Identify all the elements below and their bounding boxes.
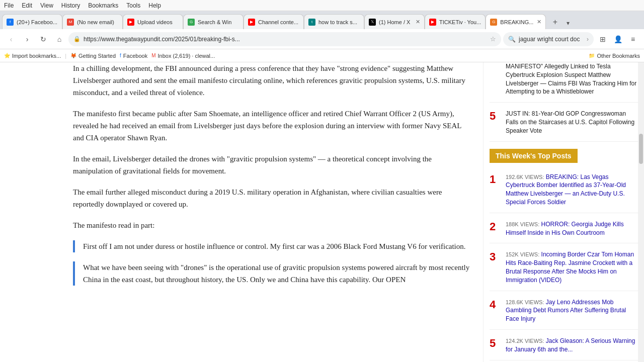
tab-close-home-x[interactable]: ✕ [416,19,420,25]
bookmark-import-label: Import bookmarks... [12,53,61,59]
tab-favicon-email: M [67,19,74,26]
top-post-views-4: 128.6K VIEWS: [506,299,544,305]
article-para-1: In a chilling development, the FBI annou… [73,62,473,99]
top-posts-section: This Week's Top Posts [490,149,638,168]
sidebar: MANIFESTO" Allegedly Linked to Tesla Cyb… [483,62,644,362]
top-posts-header: This Week's Top Posts [490,149,578,163]
tab-label-breaking: BREAKING... [500,19,534,25]
bookmark-import-icon: ⭐ [4,53,10,58]
blockquote-text-1: First off I am not under duress or hosti… [83,240,473,252]
tab-list-chevron[interactable]: ▾ [562,17,574,29]
menu-file[interactable]: File [4,2,14,9]
top-post-5: 5 124.2K VIEWS: Jack Gleason: A Serious … [490,337,638,360]
forward-button[interactable]: › [20,32,34,46]
tab-breaking[interactable]: G BREAKING... ✕ [486,14,546,29]
top-post-3: 3 152K VIEWS: Incoming Border Czar Tom H… [490,250,638,291]
article-para-2: The manifesto first became public after … [73,108,473,144]
article-main: In a chilling development, the FBI annou… [0,62,483,362]
menu-help[interactable]: Help [148,2,161,9]
page-favicon-small: 🔒 [73,36,80,42]
tab-favicon-facebook: f [7,19,14,26]
tab-favicon-search-win: G [188,19,195,26]
trending-item-manifesto: MANIFESTO" Allegedly Linked to Tesla Cyb… [490,62,638,103]
bookmark-star-icon[interactable]: ☆ [490,35,496,43]
settings-icon[interactable]: ≡ [626,32,640,46]
user-icon[interactable]: 👤 [611,32,625,46]
top-post-num-4: 4 [490,298,501,311]
trending-list: MANIFESTO" Allegedly Linked to Tesla Cyb… [490,62,638,142]
top-post-content-4: 128.6K VIEWS: Jay Leno Addresses Mob Gam… [506,298,638,323]
top-post-views-3: 152K VIEWS: [506,251,539,257]
top-post-views-1: 192.6K VIEWS: [506,174,544,180]
tab-label-home-x: (1) Home / X [379,19,413,25]
top-post-num-3: 3 [490,250,501,263]
scrollbar[interactable] [638,62,644,362]
menu-bookmarks[interactable]: Bookmarks [88,2,118,9]
scrollbar-thumb[interactable] [639,134,643,164]
tab-add-button[interactable]: + [548,15,562,29]
search-text: jaguar wright court doc [519,36,584,43]
tab-favicon-track: t [308,19,315,26]
top-post-content-3: 152K VIEWS: Incoming Border Czar Tom Hom… [506,250,638,284]
tab-label-ticketiv: TICKETiv · You... [439,19,481,25]
tab-label-search-win: Search & Win [198,19,239,25]
tab-facebook[interactable]: f (20+) Faceboo... [2,14,62,29]
tab-home-x[interactable]: 𝕏 (1) Home / X ✕ [364,14,425,29]
top-post-2: 2 188K VIEWS: HORROR: Georgia Judge Kill… [490,220,638,244]
bookmark-gs-label: Getting Started [78,53,116,59]
blockquote-text-2: What we have been seeing with "drones" i… [83,261,473,286]
top-posts-list: 1 192.6K VIEWS: BREAKING: Las Vegas Cybe… [490,173,638,360]
top-post-1: 1 192.6K VIEWS: BREAKING: Las Vegas Cybe… [490,173,638,213]
tab-upload[interactable]: ▶ Upload videos [123,14,183,29]
menu-history[interactable]: History [61,2,80,9]
blockquote-2: What we have been seeing with "drones" i… [73,261,473,286]
bookmark-inbox-icon: M [151,53,155,58]
top-post-4: 4 128.6K VIEWS: Jay Leno Addresses Mob G… [490,298,638,330]
tab-channel[interactable]: ▶ Channel conte... [244,14,304,29]
top-post-content-5: 124.2K VIEWS: Jack Gleason: A Serious Wa… [506,337,638,354]
bookmark-import[interactable]: ⭐ Import bookmarks... [4,53,61,59]
home-button[interactable]: ⌂ [52,32,66,46]
bookmark-other[interactable]: 📁 Other Bookmarks [589,53,640,59]
refresh-button[interactable]: ↻ [36,32,50,46]
tab-email[interactable]: M (No new email) [62,14,123,29]
top-post-views-5: 124.2K VIEWS: [506,338,544,344]
article-para-3: In the email, Livelsberger detailed the … [73,153,473,177]
top-post-content-2: 188K VIEWS: HORROR: Georgia Judge Kills … [506,220,638,237]
tab-close-breaking[interactable]: ✕ [537,19,541,25]
tab-search-win[interactable]: G Search & Win [183,14,244,29]
search-bar[interactable]: 🔍 jaguar wright court doc › [503,32,594,46]
page-area: In a chilling development, the FBI annou… [0,62,644,362]
tab-favicon-home-x: 𝕏 [369,19,376,26]
top-post-num-2: 2 [490,220,501,233]
top-post-num-1: 1 [490,173,501,186]
menu-edit[interactable]: Edit [22,2,32,9]
trending-text-manifesto: MANIFESTO" Allegedly Linked to Tesla Cyb… [506,62,638,96]
menu-view[interactable]: View [40,2,53,9]
tab-favicon-ticketiv: ▶ [429,19,436,26]
bookmark-facebook[interactable]: f Facebook [120,53,147,59]
top-post-content-1: 192.6K VIEWS: BREAKING: Las Vegas Cybert… [506,173,638,207]
back-button[interactable]: ‹ [4,32,18,46]
tab-track[interactable]: t how to track s... [304,14,364,29]
search-go-icon[interactable]: › [587,36,589,43]
address-bar[interactable]: 🔒 https://www.thegatwaypundit.com/2025/0… [68,32,501,46]
extensions-icon[interactable]: ⊞ [596,32,610,46]
tab-favicon-upload: ▶ [127,19,134,26]
bk-sep-1: | [65,53,66,59]
article-para-5: The manifesto read in part: [73,219,473,231]
bookmark-other-label: Other Bookmarks [597,53,640,59]
menu-bar: File Edit View History Bookmarks Tools H… [0,0,644,11]
top-post-views-2: 188K VIEWS: [506,221,539,227]
bookmarks-bar: ⭐ Import bookmarks... | 🦊 Getting Starte… [0,49,644,62]
tab-ticketiv[interactable]: ▶ TICKETiv · You... [425,14,486,29]
top-post-num-5: 5 [490,337,501,350]
menu-tools[interactable]: Tools [126,2,140,9]
tab-label-email: (No new email) [77,19,118,25]
blockquote-1: First off I am not under duress or hosti… [73,240,473,252]
bookmark-getting-started[interactable]: 🦊 Getting Started [70,53,116,59]
bookmark-inbox[interactable]: M Inbox (2,619) · clewal... [151,53,215,59]
tab-label-facebook: (20+) Faceboo... [17,19,58,25]
article-para-4: The email further alleged misconduct dur… [73,186,473,210]
trending-text-5: JUST IN: 81-Year-Old GOP Congresswoman F… [506,110,638,135]
